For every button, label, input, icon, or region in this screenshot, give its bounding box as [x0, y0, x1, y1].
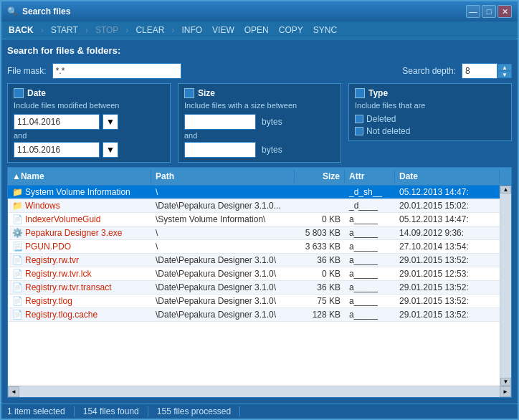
- cell-date: 29.01.2015 13:52:: [395, 295, 500, 307]
- cell-attr: a_____: [345, 254, 395, 267]
- app-icon: 🔍: [7, 6, 18, 16]
- table-row[interactable]: 📄 Registry.tlog.cache \Date\Pepakura Des…: [8, 308, 500, 322]
- cell-name: 📁 Windows: [8, 199, 151, 212]
- folder-icon: 📁: [12, 187, 22, 197]
- file-name: Registry.rw.tvr.lck: [25, 269, 91, 279]
- not-deleted-label: Not deleted: [366, 126, 410, 136]
- menu-view[interactable]: VIEW: [208, 23, 239, 37]
- cell-name: 📄 Registry.rw.tvr.transact: [8, 281, 151, 294]
- scroll-left-button[interactable]: ◄: [8, 386, 19, 397]
- cell-date: 29.01.2015 13:52:: [395, 308, 500, 321]
- cell-path: \: [151, 226, 295, 239]
- scroll-up-button[interactable]: ▲: [500, 186, 511, 194]
- col-date[interactable]: Date: [395, 170, 500, 183]
- date-to-input[interactable]: [14, 142, 100, 158]
- menu-sync[interactable]: SYNC: [309, 23, 341, 37]
- date-filter-checkbox[interactable]: [14, 88, 24, 98]
- search-depth-input[interactable]: [462, 63, 497, 79]
- scroll-down-button[interactable]: ▼: [500, 378, 511, 386]
- date-filter-label: Date: [27, 88, 46, 98]
- search-depth-label: Search depth:: [402, 66, 456, 76]
- type-not-deleted-option: Not deleted: [355, 126, 505, 136]
- size-filter-checkbox[interactable]: [184, 88, 194, 98]
- scroll-right-button[interactable]: ►: [500, 386, 511, 397]
- cell-attr: _d____: [345, 199, 395, 212]
- table-row[interactable]: 📁 Windows \Date\Pepakura Designer 3.1.0.…: [8, 199, 500, 213]
- scrollbar-placeholder: [500, 170, 511, 183]
- close-button[interactable]: ✕: [497, 5, 512, 18]
- maximize-button[interactable]: □: [482, 5, 496, 18]
- cell-attr: a_____: [345, 240, 395, 253]
- col-path[interactable]: Path: [151, 170, 295, 183]
- date-filter-box: Date Include files modified between ▼ an…: [7, 83, 171, 163]
- filters-row: Date Include files modified between ▼ an…: [7, 83, 512, 163]
- table-row[interactable]: 📄 IndexerVolumeGuid \System Volume Infor…: [8, 213, 500, 226]
- menu-back[interactable]: BACK: [4, 23, 38, 37]
- menu-clear[interactable]: CLEAR: [131, 23, 168, 37]
- table-row[interactable]: 📄 Registry.rw.tvr.transact \Date\Pepakur…: [8, 281, 500, 295]
- cell-path: \Date\Pepakura Designer 3.1.0\: [151, 267, 295, 280]
- file-icon: 📄: [12, 282, 22, 292]
- col-size[interactable]: Size: [295, 170, 345, 183]
- cell-size: 3 633 KB: [295, 240, 345, 253]
- cell-size: 36 KB: [295, 254, 345, 267]
- menu-open[interactable]: OPEN: [240, 23, 273, 37]
- scroll-track[interactable]: [500, 194, 511, 378]
- table-row[interactable]: ⚙️ Pepakura Designer 3.exe \ 5 803 KB a_…: [8, 226, 500, 240]
- file-name: PGUN.PDO: [25, 242, 71, 252]
- main-content: Search for files & folders: File mask: S…: [1, 39, 518, 404]
- table-row[interactable]: 📄 Registry.rw.tvr.lck \Date\Pepakura Des…: [8, 267, 500, 281]
- size-from-input[interactable]: [184, 114, 256, 130]
- status-files-processed: 155 files processed: [148, 406, 240, 416]
- cell-name: 📄 Registry.tlog.cache: [8, 308, 151, 321]
- cell-path: \System Volume Information\: [151, 213, 295, 226]
- cell-date: 14.09.2012 9:36:: [395, 226, 500, 239]
- type-filter-checkbox[interactable]: [355, 88, 365, 98]
- size-to-input[interactable]: [184, 142, 256, 158]
- size-and-label: and: [184, 131, 335, 140]
- table-row[interactable]: 📃 PGUN.PDO \ 3 633 KB a_____ 27.10.2014 …: [8, 240, 500, 254]
- type-filter-box: Type Include files that are Deleted Not …: [348, 83, 512, 141]
- cell-date: 05.12.2013 14:47:: [395, 213, 500, 226]
- cell-path: \: [151, 186, 295, 199]
- col-attr[interactable]: Attr: [345, 170, 395, 183]
- cell-name: 📄 Registry.tlog: [8, 295, 151, 307]
- status-bar: 1 item selected 154 files found 155 file…: [1, 404, 518, 419]
- table-row[interactable]: 📄 Registry.tlog \Date\Pepakura Designer …: [8, 295, 500, 308]
- menu-copy[interactable]: COPY: [275, 23, 308, 37]
- file-name: Registry.tlog: [25, 296, 72, 306]
- cell-size: 75 KB: [295, 295, 345, 307]
- table-body[interactable]: 📁 System Volume Information \ _d_sh__ 05…: [8, 186, 500, 386]
- cell-attr: a_____: [345, 281, 395, 294]
- horizontal-scrollbar[interactable]: ◄ ►: [8, 386, 511, 397]
- depth-spinner: ▲ ▼: [497, 64, 512, 78]
- cell-name: 📁 System Volume Information: [8, 186, 151, 199]
- date-from-input[interactable]: [14, 114, 100, 130]
- cell-attr: a_____: [345, 308, 395, 321]
- cell-path: \: [151, 240, 295, 253]
- date-from-dropdown[interactable]: ▼: [103, 114, 118, 130]
- file-mask-input[interactable]: [52, 63, 181, 79]
- table-row[interactable]: 📄 Registry.rw.tvr \Date\Pepakura Designe…: [8, 254, 500, 267]
- file-icon: 📄: [12, 296, 22, 306]
- file-name: Registry.rw.tvr.transact: [25, 282, 111, 292]
- exe-icon: ⚙️: [12, 228, 22, 238]
- col-name[interactable]: ▲Name: [8, 170, 151, 183]
- not-deleted-checkbox[interactable]: [355, 127, 363, 135]
- date-to-dropdown[interactable]: ▼: [103, 142, 118, 158]
- depth-down-button[interactable]: ▼: [497, 71, 512, 78]
- main-window: 🔍 Search files — □ ✕ BACK › START › STOP…: [0, 0, 519, 420]
- cell-attr: a_____: [345, 295, 395, 307]
- table-inner: 📁 System Volume Information \ _d_sh__ 05…: [8, 186, 511, 386]
- menu-info[interactable]: INFO: [177, 23, 206, 37]
- vertical-scrollbar[interactable]: ▲ ▼: [500, 186, 511, 386]
- table-row[interactable]: 📁 System Volume Information \ _d_sh__ 05…: [8, 186, 500, 199]
- minimize-button[interactable]: —: [466, 5, 480, 18]
- h-scroll-track[interactable]: [19, 386, 500, 397]
- menu-start[interactable]: START: [47, 23, 82, 37]
- size-filter-label: Size: [198, 88, 215, 98]
- deleted-checkbox[interactable]: [355, 115, 363, 123]
- deleted-label: Deleted: [366, 114, 396, 124]
- menu-bar: BACK › START › STOP › CLEAR › INFO VIEW …: [1, 22, 518, 39]
- depth-up-button[interactable]: ▲: [497, 64, 512, 71]
